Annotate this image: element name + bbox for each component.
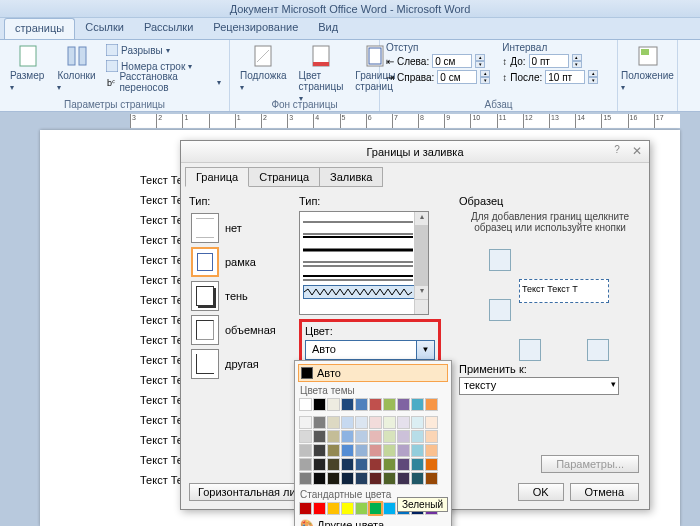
tab-mailings[interactable]: Рассылки xyxy=(134,18,203,39)
line-style-list[interactable]: ▴▾ xyxy=(299,211,429,315)
color-swatch[interactable] xyxy=(383,430,396,443)
color-swatch[interactable] xyxy=(299,430,312,443)
breaks-button[interactable]: Разрывы xyxy=(104,42,223,58)
ok-button[interactable]: OK xyxy=(518,483,564,501)
tab-shading[interactable]: Заливка xyxy=(319,167,383,187)
option-shadow[interactable]: тень xyxy=(189,279,289,313)
watermark-button[interactable]: Подложка xyxy=(236,42,291,94)
color-swatch[interactable] xyxy=(313,430,326,443)
color-swatch[interactable] xyxy=(397,398,410,411)
color-swatch[interactable] xyxy=(425,398,438,411)
option-3d[interactable]: объемная xyxy=(189,313,289,347)
color-swatch[interactable] xyxy=(411,398,424,411)
color-swatch[interactable] xyxy=(369,398,382,411)
color-auto[interactable]: Авто xyxy=(298,364,448,382)
apply-to-combo[interactable]: тексту xyxy=(459,377,619,395)
color-swatch[interactable] xyxy=(369,444,382,457)
preview-left-button[interactable] xyxy=(519,339,541,361)
color-swatch[interactable] xyxy=(397,472,410,485)
color-swatch[interactable] xyxy=(411,458,424,471)
color-swatch[interactable] xyxy=(341,398,354,411)
indent-left-input[interactable] xyxy=(432,54,472,68)
color-swatch[interactable] xyxy=(425,416,438,429)
spinner[interactable]: ▴▾ xyxy=(572,54,582,68)
color-swatch[interactable] xyxy=(383,502,396,515)
tab-page-layout[interactable]: страницы xyxy=(4,18,75,39)
option-box[interactable]: рамка xyxy=(189,245,289,279)
color-swatch[interactable] xyxy=(369,430,382,443)
color-swatch[interactable] xyxy=(327,458,340,471)
color-swatch[interactable] xyxy=(397,458,410,471)
color-swatch[interactable] xyxy=(327,430,340,443)
color-swatch[interactable] xyxy=(425,430,438,443)
color-swatch[interactable] xyxy=(299,398,312,411)
color-swatch[interactable] xyxy=(313,458,326,471)
color-swatch[interactable] xyxy=(397,416,410,429)
color-swatch[interactable] xyxy=(341,430,354,443)
size-button[interactable]: Размер xyxy=(6,42,49,94)
color-swatch[interactable] xyxy=(411,416,424,429)
close-button[interactable]: ✕ xyxy=(629,144,645,160)
color-swatch[interactable] xyxy=(411,430,424,443)
color-swatch[interactable] xyxy=(383,458,396,471)
color-swatch[interactable] xyxy=(341,458,354,471)
params-button[interactable]: Параметры... xyxy=(541,455,639,473)
color-swatch[interactable] xyxy=(355,430,368,443)
spinner[interactable]: ▴▾ xyxy=(588,70,598,84)
other-colors-button[interactable]: 🎨 Другие цвета... xyxy=(298,516,448,526)
color-swatch[interactable] xyxy=(341,472,354,485)
style-scrollbar[interactable]: ▴▾ xyxy=(414,212,428,314)
color-swatch[interactable] xyxy=(341,416,354,429)
preview-top-button[interactable] xyxy=(489,249,511,271)
color-swatch[interactable] xyxy=(327,416,340,429)
color-swatch[interactable] xyxy=(313,398,326,411)
color-swatch[interactable] xyxy=(327,472,340,485)
color-swatch[interactable] xyxy=(327,398,340,411)
horizontal-ruler[interactable]: 3211234567891011121314151617 xyxy=(130,114,680,128)
color-swatch[interactable] xyxy=(327,502,340,515)
tab-border[interactable]: Граница xyxy=(185,167,249,187)
color-swatch[interactable] xyxy=(299,416,312,429)
color-swatch[interactable] xyxy=(355,416,368,429)
spinner[interactable]: ▴▾ xyxy=(480,70,490,84)
color-swatch[interactable] xyxy=(397,430,410,443)
color-swatch[interactable] xyxy=(383,444,396,457)
color-swatch[interactable] xyxy=(341,502,354,515)
color-swatch[interactable] xyxy=(369,416,382,429)
color-swatch[interactable] xyxy=(299,444,312,457)
color-swatch[interactable] xyxy=(355,398,368,411)
color-swatch[interactable] xyxy=(383,416,396,429)
color-dropdown-button[interactable]: ▼ xyxy=(416,341,434,359)
space-after-input[interactable] xyxy=(545,70,585,84)
color-swatch[interactable] xyxy=(299,458,312,471)
indent-right-input[interactable] xyxy=(437,70,477,84)
spinner[interactable]: ▴▾ xyxy=(475,54,485,68)
color-swatch[interactable] xyxy=(313,416,326,429)
color-swatch[interactable] xyxy=(355,458,368,471)
tab-view[interactable]: Вид xyxy=(308,18,348,39)
color-swatch[interactable] xyxy=(425,458,438,471)
help-button[interactable]: ? xyxy=(609,144,625,160)
color-swatch[interactable] xyxy=(355,444,368,457)
color-swatch[interactable] xyxy=(369,502,382,515)
tab-page-border[interactable]: Страница xyxy=(248,167,320,187)
tab-review[interactable]: Рецензирование xyxy=(203,18,308,39)
color-combo[interactable]: Авто ▼ xyxy=(305,340,435,360)
position-button[interactable]: Положение xyxy=(624,42,671,94)
hyphenation-button[interactable]: bᶜРасстановка переносов xyxy=(104,74,223,90)
tab-references[interactable]: Ссылки xyxy=(75,18,134,39)
option-custom[interactable]: другая xyxy=(189,347,289,381)
preview-bottom-button[interactable] xyxy=(489,299,511,321)
color-swatch[interactable] xyxy=(355,502,368,515)
color-swatch[interactable] xyxy=(313,502,326,515)
preview-sample[interactable]: Текст Текст Т xyxy=(519,279,609,303)
option-none[interactable]: нет xyxy=(189,211,289,245)
color-swatch[interactable] xyxy=(299,472,312,485)
color-swatch[interactable] xyxy=(425,472,438,485)
color-swatch[interactable] xyxy=(411,472,424,485)
page-color-button[interactable]: Цвет страницы xyxy=(295,42,348,105)
color-swatch[interactable] xyxy=(313,472,326,485)
color-swatch[interactable] xyxy=(383,472,396,485)
color-swatch[interactable] xyxy=(355,472,368,485)
color-swatch[interactable] xyxy=(397,444,410,457)
